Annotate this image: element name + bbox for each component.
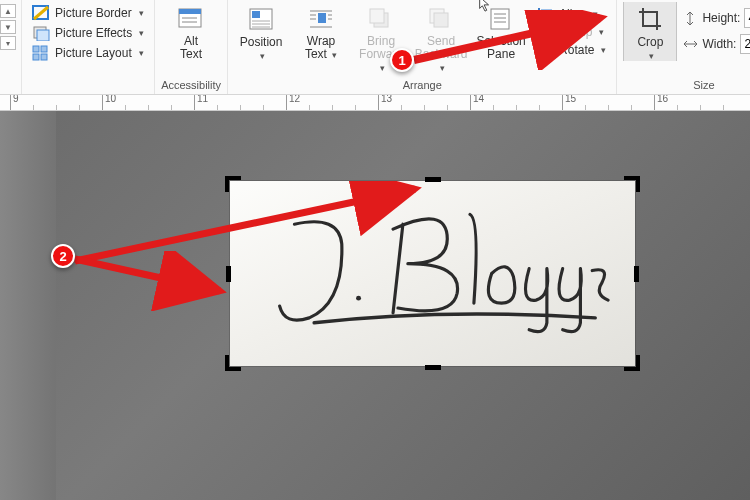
chevron-down-icon: ▾ xyxy=(260,51,265,61)
ruler-mark: 15 xyxy=(562,95,576,110)
annotation-marker-1: 1 xyxy=(390,48,414,72)
ruler-mark: 14 xyxy=(470,95,484,110)
svg-rect-2 xyxy=(37,30,49,41)
height-input[interactable] xyxy=(744,8,750,28)
svg-rect-4 xyxy=(41,46,47,52)
annotation-marker-2: 2 xyxy=(51,244,75,268)
picture-border-label: Picture Border xyxy=(55,6,132,20)
ribbon: ▲ ▼ ▾ Picture Border ▾ Picture Effects ▾ xyxy=(0,0,750,95)
alt-text-label-1: Alt xyxy=(184,34,198,48)
accessibility-group-label: Accessibility xyxy=(161,77,221,94)
annotation-arrow-1 xyxy=(408,10,618,70)
chevron-down-icon: ▾ xyxy=(139,8,144,18)
svg-rect-6 xyxy=(41,54,47,60)
wrap-text-button[interactable]: WrapText ▾ xyxy=(294,2,348,62)
arrange-group-label: Arrange xyxy=(403,77,442,94)
width-input[interactable] xyxy=(740,34,750,54)
svg-rect-12 xyxy=(252,11,260,18)
chevron-down-icon: ▾ xyxy=(139,48,144,58)
svg-rect-38 xyxy=(425,365,441,370)
ruler-mark: 9 xyxy=(10,95,19,110)
picture-effects-button[interactable]: Picture Effects ▾ xyxy=(28,24,148,42)
svg-rect-40 xyxy=(634,266,639,282)
ruler-mark: 11 xyxy=(194,95,208,110)
chevron-down-icon: ▾ xyxy=(649,51,654,61)
svg-rect-8 xyxy=(179,9,201,14)
crop-handle-bottom-right[interactable] xyxy=(619,350,641,372)
chevron-down-icon: ▾ xyxy=(332,50,337,60)
position-label: Position xyxy=(240,35,283,49)
alt-text-label-2: Text xyxy=(180,47,202,61)
document-canvas[interactable]: 2 xyxy=(0,111,750,500)
alt-text-button[interactable]: Alt Text xyxy=(164,2,218,61)
svg-line-42 xyxy=(75,259,220,291)
crop-handle-top-right[interactable] xyxy=(619,175,641,197)
horizontal-ruler: 910111213141516 xyxy=(0,95,750,111)
size-group-label: Size xyxy=(693,77,714,94)
ruler-mark: 16 xyxy=(654,95,668,110)
width-label: Width: xyxy=(702,37,736,51)
svg-rect-24 xyxy=(370,9,384,23)
picture-border-button[interactable]: Picture Border ▾ xyxy=(28,4,148,22)
ruler-mark: 12 xyxy=(286,95,300,110)
ruler-mark: 13 xyxy=(378,95,392,110)
page-edge xyxy=(0,111,56,500)
picture-effects-label: Picture Effects xyxy=(55,26,132,40)
crop-handle-right[interactable] xyxy=(619,263,641,285)
bring-forward-icon xyxy=(367,5,395,33)
svg-rect-18 xyxy=(318,13,326,23)
svg-line-43 xyxy=(414,18,600,60)
annotation-arrow-2b xyxy=(70,251,270,311)
crop-handle-bottom-left[interactable] xyxy=(224,350,246,372)
height-label: Height: xyxy=(702,11,740,25)
chevron-down-icon: ▾ xyxy=(139,28,144,38)
height-icon xyxy=(683,11,698,26)
width-icon xyxy=(683,37,698,52)
position-icon xyxy=(247,5,275,33)
ruler-mark: 10 xyxy=(102,95,116,110)
svg-rect-5 xyxy=(33,54,39,60)
style-gallery-spinner[interactable]: ▲ ▼ ▾ xyxy=(0,2,18,50)
svg-rect-3 xyxy=(33,46,39,52)
crop-button[interactable]: Crop ▾ xyxy=(623,2,677,61)
crop-icon xyxy=(636,5,664,33)
wrap-text-icon xyxy=(307,5,335,33)
position-button[interactable]: Position ▾ xyxy=(234,2,288,61)
crop-handle-bottom[interactable] xyxy=(422,350,444,372)
alt-text-icon xyxy=(177,5,205,33)
picture-layout-button[interactable]: Picture Layout ▾ xyxy=(28,44,148,62)
crop-label: Crop xyxy=(637,35,663,49)
picture-layout-label: Picture Layout xyxy=(55,46,132,60)
style-group-spacer xyxy=(87,77,90,94)
